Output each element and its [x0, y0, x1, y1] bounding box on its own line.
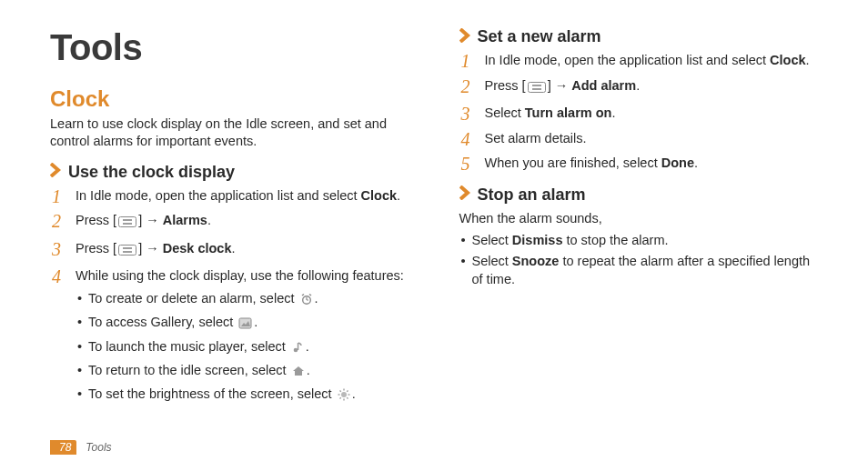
step-text: Set alarm details. [485, 131, 587, 145]
svg-line-24 [347, 391, 348, 392]
manual-page: Tools Clock Learn to use clock display o… [0, 0, 868, 471]
svg-point-16 [341, 392, 347, 397]
svg-marker-15 [293, 366, 304, 376]
step-list-set-alarm: In Idle mode, open the application list … [459, 52, 823, 173]
content-columns: Tools Clock Learn to use clock display o… [50, 27, 823, 418]
music-note-icon [291, 340, 304, 358]
step-text: . [232, 241, 236, 256]
subsection-title: Set a new alarm [478, 27, 601, 46]
bullet-item: To create or delete an alarm, select . [76, 289, 414, 310]
svg-line-10 [309, 294, 311, 296]
svg-line-21 [339, 391, 340, 392]
bullet-text: To return to the idle screen, select [88, 363, 290, 377]
bullet-list-stop-alarm: Select Dismiss to stop the alarm. Select… [459, 231, 823, 289]
bullet-text: To access Gallery, select [88, 315, 237, 329]
bullet-bold: Dismiss [512, 233, 563, 247]
gallery-icon [238, 316, 252, 334]
step-bold: Clock [361, 188, 398, 203]
bullet-text: To create or delete an alarm, select [88, 291, 298, 306]
subsection-header-use-clock: Use the clock display [50, 163, 414, 182]
chevron-right-icon [459, 28, 470, 46]
step-item: Press [] → Desk clock. [50, 240, 414, 261]
step-text: ] → [548, 78, 572, 93]
subsection-intro: When the alarm sounds, [459, 210, 823, 227]
chevron-right-icon [50, 163, 61, 181]
subsection-title: Stop an alarm [478, 185, 586, 205]
page-footer: 78 Tools [50, 440, 112, 455]
step-text: . [397, 188, 400, 203]
subsection-title: Use the clock display [68, 163, 235, 182]
bullet-item: To access Gallery, select . [76, 313, 414, 334]
footer-label: Tools [86, 441, 111, 454]
step-item: While using the clock display, use the f… [50, 267, 414, 406]
bullet-bold: Snooze [512, 254, 560, 268]
step-item: In Idle mode, open the application list … [459, 52, 823, 70]
alarm-clock-icon [300, 292, 313, 310]
bullet-text: To launch the music player, select [88, 339, 289, 354]
bullet-item: Select Dismiss to stop the alarm. [459, 231, 823, 249]
step-list-use-clock: In Idle mode, open the application list … [50, 187, 414, 406]
svg-point-13 [294, 347, 298, 352]
brightness-icon [338, 387, 350, 406]
step-bold: Add alarm [571, 78, 636, 93]
home-icon [292, 364, 305, 382]
step-item: Press [] → Alarms. [50, 212, 414, 233]
step-text: Select [485, 105, 525, 120]
step-text: Press [ [76, 241, 116, 256]
svg-rect-25 [528, 82, 545, 92]
menu-key-icon [118, 215, 136, 233]
svg-line-22 [347, 397, 348, 398]
bullet-text: Select [472, 233, 512, 247]
bullet-text: To set the brightness of the screen, sel… [88, 386, 336, 401]
step-text: . [207, 213, 211, 227]
step-text: Press [ [76, 213, 116, 227]
step-text: When you are finished, select [485, 155, 661, 170]
step-bold: Turn alarm on [525, 105, 612, 120]
page-number: 78 [50, 440, 76, 455]
svg-line-23 [339, 397, 340, 398]
step-text: . [694, 155, 698, 170]
bullet-text: to stop the alarm. [562, 233, 668, 247]
bullet-item: Select Snooze to repeat the alarm after … [459, 252, 823, 289]
step-text: While using the clock display, use the f… [76, 268, 404, 283]
step-text: ] → [138, 241, 163, 256]
menu-key-icon [528, 80, 546, 98]
step-item: In Idle mode, open the application list … [50, 187, 414, 205]
step-item: Select Turn alarm on. [459, 105, 823, 123]
step-item: When you are finished, select Done. [459, 155, 823, 173]
section-intro: Learn to use clock display on the Idle s… [50, 115, 414, 150]
bullet-text: Select [472, 254, 512, 268]
svg-rect-11 [239, 318, 251, 328]
step-text: . [806, 53, 810, 67]
step-text: Press [ [485, 78, 526, 93]
svg-rect-3 [119, 245, 136, 255]
step-item: Set alarm details. [459, 130, 823, 148]
step-text: . [611, 105, 615, 120]
menu-key-icon [118, 243, 136, 261]
step-item: Press [] → Add alarm. [459, 77, 823, 98]
bullet-item: To return to the idle screen, select . [76, 361, 414, 382]
step-text: ] → [138, 213, 163, 227]
step-text: In Idle mode, open the application list … [76, 188, 361, 203]
svg-rect-14 [298, 343, 299, 350]
section-heading-clock: Clock [50, 86, 414, 112]
step-bold: Desk clock [163, 241, 232, 256]
svg-line-9 [302, 294, 304, 296]
step-text: . [636, 78, 640, 93]
step-bold: Alarms [163, 213, 207, 227]
step-bold: Done [661, 155, 694, 170]
page-title: Tools [50, 27, 414, 68]
bullet-item: To set the brightness of the screen, sel… [76, 385, 414, 406]
step-bold: Clock [770, 53, 806, 67]
bullet-item: To launch the music player, select . [76, 337, 414, 358]
chevron-right-icon [459, 185, 470, 204]
bullet-list: To create or delete an alarm, select . T… [76, 289, 414, 406]
svg-rect-0 [119, 217, 136, 227]
step-text: In Idle mode, open the application list … [485, 53, 771, 67]
subsection-header-stop-alarm: Stop an alarm [459, 185, 823, 205]
subsection-header-set-alarm: Set a new alarm [459, 27, 823, 46]
